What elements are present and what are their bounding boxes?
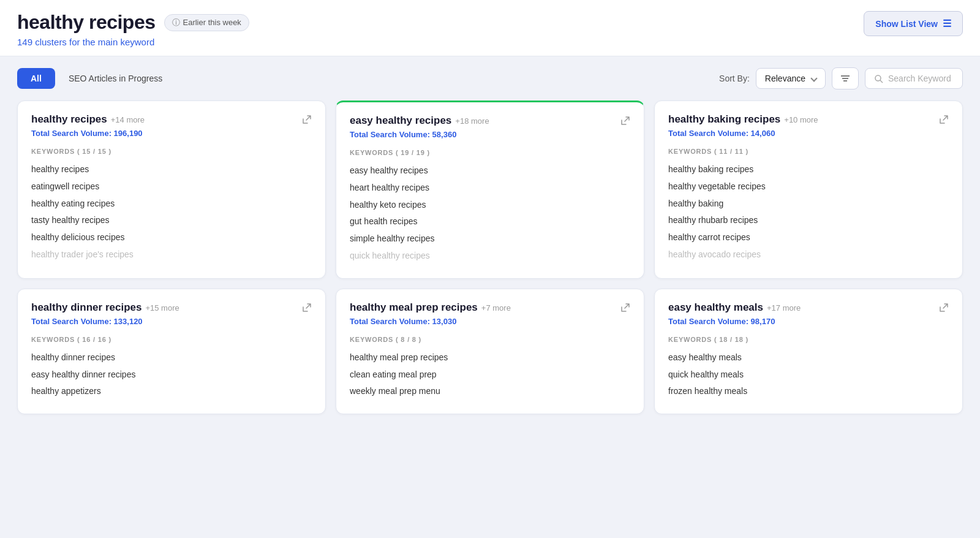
card-header-row: easy healthy recipes+18 more [350,115,630,127]
keyword-item: easy healthy meals [668,349,949,366]
keyword-item: healthy baking recipes [668,161,949,178]
card-title: easy healthy recipes [350,115,451,126]
header-title-row: healthy recipes ⓘ Earlier this week [17,11,249,34]
keyword-item: quick healthy recipes [350,248,630,265]
card-header-row: healthy meal prep recipes+7 more [350,301,630,314]
card-title-wrap: healthy dinner recipes+15 more [31,301,179,314]
chevron-down-icon [810,75,817,81]
expand-icon[interactable] [939,303,949,314]
card-search-volume: Total Search Volume: 196,190 [31,129,312,138]
cards-grid: healthy recipes+14 moreTotal Search Volu… [0,96,980,431]
card-healthy-dinner-recipes: healthy dinner recipes+15 moreTotal Sear… [17,289,326,414]
card-header-row: easy healthy meals+17 more [668,301,949,314]
show-list-label: Show List View [875,19,938,29]
expand-icon[interactable] [302,115,312,126]
keyword-item: weekly meal prep menu [350,383,630,400]
main-keyword: healthy recipes [17,11,156,34]
keyword-item: healthy avocado recipes [668,246,949,263]
filter-icon [840,73,851,84]
clusters-count: 149 clusters for the main keyword [17,37,249,47]
card-search-volume: Total Search Volume: 13,030 [350,317,630,326]
search-placeholder: Search Keyword [888,74,951,83]
keyword-item: frozen healthy meals [668,383,949,400]
keyword-item: easy healthy recipes [350,162,630,180]
keyword-item: healthy meal prep recipes [350,349,630,366]
card-title-wrap: easy healthy recipes+18 more [350,115,489,127]
card-header-row: healthy recipes+14 more [31,113,312,126]
keyword-item: healthy keto recipes [350,197,630,214]
card-title: healthy baking recipes [668,113,780,125]
keyword-item: eatingwell recipes [31,178,312,195]
svg-point-3 [875,75,881,81]
page-wrapper: healthy recipes ⓘ Earlier this week 149 … [0,0,980,538]
keyword-item: healthy eating recipes [31,195,312,213]
card-title-more: +17 more [767,303,801,313]
list-icon: ☰ [943,18,951,29]
search-box[interactable]: Search Keyword [865,68,963,89]
keywords-label: KEYWORDS ( 18 / 18 ) [668,336,949,343]
card-title-more: +7 more [481,303,511,313]
keyword-item: clean eating meal prep [350,366,630,384]
card-title-more: +15 more [145,303,179,313]
toolbar: All SEO Articles in Progress Sort By: Re… [0,56,980,96]
keyword-item: healthy delicious recipes [31,229,312,246]
keyword-item: gut health recipes [350,213,630,230]
keyword-item: tasty healthy recipes [31,212,312,229]
card-healthy-baking-recipes: healthy baking recipes+10 moreTotal Sear… [654,100,963,279]
keyword-item: easy healthy dinner recipes [31,366,312,384]
keywords-label: KEYWORDS ( 15 / 15 ) [31,148,312,155]
card-header-row: healthy baking recipes+10 more [668,113,949,126]
keyword-item: healthy recipes [31,161,312,178]
tab-seo-articles[interactable]: SEO Articles in Progress [58,68,173,89]
keyword-item: healthy vegetable recipes [668,178,949,195]
card-title-wrap: healthy baking recipes+10 more [668,113,818,126]
card-title-wrap: healthy meal prep recipes+7 more [350,301,511,314]
card-healthy-meal-prep-recipes: healthy meal prep recipes+7 moreTotal Se… [336,289,644,414]
expand-icon[interactable] [302,303,312,314]
expand-icon[interactable] [939,115,949,126]
card-title-wrap: healthy recipes+14 more [31,113,145,126]
card-search-volume: Total Search Volume: 14,060 [668,129,949,138]
sort-by-label: Sort By: [719,74,750,83]
keywords-label: KEYWORDS ( 8 / 8 ) [350,336,630,343]
keywords-label: KEYWORDS ( 19 / 19 ) [350,149,630,156]
header-left: healthy recipes ⓘ Earlier this week 149 … [17,11,249,47]
keywords-label: KEYWORDS ( 11 / 11 ) [668,148,949,155]
keyword-item: healthy baking [668,195,949,213]
card-title-more: +10 more [784,115,818,124]
card-search-volume: Total Search Volume: 58,360 [350,130,630,139]
card-header-row: healthy dinner recipes+15 more [31,301,312,314]
timestamp-label: Earlier this week [183,18,241,27]
card-title: healthy recipes [31,113,107,125]
keywords-label: KEYWORDS ( 16 / 16 ) [31,336,312,343]
expand-icon[interactable] [620,116,630,127]
card-title: easy healthy meals [668,301,763,313]
tabs: All SEO Articles in Progress [17,68,173,89]
expand-icon[interactable] [620,303,630,314]
keyword-item: quick healthy meals [668,366,949,384]
card-easy-healthy-meals: easy healthy meals+17 moreTotal Search V… [654,289,963,414]
card-search-volume: Total Search Volume: 98,170 [668,317,949,326]
show-list-button[interactable]: Show List View ☰ [864,11,963,36]
card-title: healthy dinner recipes [31,301,141,313]
card-title: healthy meal prep recipes [350,301,478,313]
card-search-volume: Total Search Volume: 133,120 [31,317,312,326]
card-title-more: +18 more [455,116,489,126]
toolbar-right: Sort By: Relevance Search Keyword [719,67,963,89]
search-icon [874,74,883,83]
card-healthy-recipes: healthy recipes+14 moreTotal Search Volu… [17,100,326,279]
filter-button[interactable] [832,67,859,89]
card-easy-healthy-recipes: easy healthy recipes+18 moreTotal Search… [336,100,644,279]
tab-all[interactable]: All [17,68,55,89]
clock-icon: ⓘ [172,17,180,28]
keyword-item: healthy carrot recipes [668,229,949,246]
keyword-item: heart healthy recipes [350,180,630,197]
header: healthy recipes ⓘ Earlier this week 149 … [0,0,980,56]
keyword-item: simple healthy recipes [350,230,630,248]
keyword-item: healthy trader joe's recipes [31,246,312,263]
sort-select[interactable]: Relevance [756,68,826,89]
keyword-item: healthy rhubarb recipes [668,212,949,229]
timestamp-badge: ⓘ Earlier this week [164,14,249,31]
sort-value: Relevance [765,74,805,83]
svg-line-4 [880,80,883,83]
